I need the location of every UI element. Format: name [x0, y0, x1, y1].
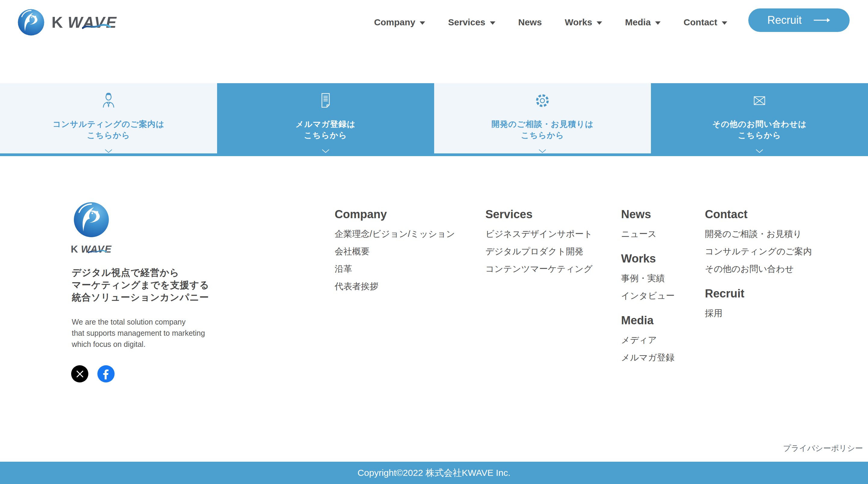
- footer-link[interactable]: その他のお問い合わせ: [705, 264, 812, 274]
- brand-wordmark: KWAVE: [71, 244, 112, 255]
- dropdown-arrow-icon: [597, 22, 602, 25]
- x-twitter-icon[interactable]: [71, 365, 88, 382]
- envelope-icon: [751, 92, 768, 109]
- site-footer: KWAVE デジタル視点で経営から マーケティングまでを支援する 統合ソリューシ…: [0, 156, 868, 462]
- footer-heading-media: Media: [621, 314, 675, 327]
- footer-logo[interactable]: KWAVE: [69, 201, 114, 255]
- chevron-down-icon: [754, 149, 765, 153]
- footer-social-links: [71, 365, 115, 382]
- footer-column-services: Services ビジネスデザインサポート デジタルプロダクト開発 コンテンツマ…: [486, 208, 592, 282]
- footer-heading-recruit: Recruit: [705, 287, 812, 300]
- dropdown-arrow-icon: [722, 22, 727, 25]
- cta-band: コンサルティングのご案内は こちらから: [0, 83, 868, 156]
- kwave-mark-icon: [73, 201, 110, 238]
- brand-wordmark: KWAVE: [52, 13, 118, 31]
- footer-heading-company: Company: [335, 208, 455, 221]
- chevron-down-icon: [537, 149, 548, 153]
- footer-link[interactable]: 開発のご相談・お見積り: [705, 229, 812, 239]
- footer-link[interactable]: 代表者挨拶: [335, 282, 455, 291]
- kwave-page: KWAVE Company Services News: [0, 0, 868, 484]
- cta-label: 開発のご相談・お見積りは こちらから: [491, 119, 594, 141]
- footer-column-company: Company 企業理念/ビジョン/ミッション 会社概要 沿革 代表者挨拶: [335, 208, 455, 299]
- footer-heading-news: News: [621, 208, 675, 221]
- nav-item-contact[interactable]: Contact: [683, 17, 727, 27]
- header-logo[interactable]: KWAVE: [17, 8, 118, 36]
- cta-development[interactable]: 開発のご相談・お見積りは こちらから: [434, 83, 651, 153]
- copyright-text: Copyright©2022 株式会社KWAVE Inc.: [358, 467, 510, 479]
- footer-link[interactable]: メディア: [621, 335, 675, 345]
- cta-label: メルマガ登録は こちらから: [296, 119, 355, 141]
- recruit-button[interactable]: Recruit: [748, 8, 849, 32]
- cta-other-inquiry[interactable]: その他のお問い合わせは こちらから: [651, 83, 868, 153]
- footer-link[interactable]: 採用: [705, 308, 812, 318]
- footer-link[interactable]: 会社概要: [335, 247, 455, 256]
- cta-consulting[interactable]: コンサルティングのご案内は こちらから: [0, 83, 217, 153]
- nav-item-works[interactable]: Works: [565, 17, 602, 27]
- footer-link[interactable]: 沿革: [335, 264, 455, 274]
- kwave-mark-icon: [17, 8, 45, 36]
- copyright-bar: Copyright©2022 株式会社KWAVE Inc.: [0, 462, 868, 484]
- footer-column-contact-recruit: Contact 開発のご相談・お見積り コンサルティングのご案内 その他のお問い…: [705, 208, 812, 326]
- cta-label: その他のお問い合わせは こちらから: [712, 119, 807, 141]
- cta-label: コンサルティングのご案内は こちらから: [53, 119, 164, 141]
- footer-link[interactable]: メルマガ登録: [621, 353, 675, 362]
- footer-link[interactable]: 企業理念/ビジョン/ミッション: [335, 229, 455, 239]
- footer-column-news-works-media: News ニュース Works 事例・実績 インタビュー Media メディア …: [621, 208, 675, 370]
- newsletter-document-icon: [317, 92, 334, 109]
- footer-english-tagline: We are the total solution company that s…: [72, 317, 205, 350]
- cta-newsletter[interactable]: メルマガ登録は こちらから: [217, 83, 434, 153]
- gear-icon: [534, 92, 551, 109]
- footer-link[interactable]: ビジネスデザインサポート: [486, 229, 592, 239]
- footer-link[interactable]: コンテンツマーケティング: [486, 264, 592, 274]
- footer-link[interactable]: デジタルプロダクト開発: [486, 247, 592, 256]
- footer-tagline: デジタル視点で経営から マーケティングまでを支援する 統合ソリューションカンパニ…: [72, 266, 209, 303]
- dropdown-arrow-icon: [420, 22, 425, 25]
- main-nav: Company Services News Works Media Contac…: [374, 8, 727, 36]
- footer-heading-contact: Contact: [705, 208, 812, 221]
- footer-link[interactable]: ニュース: [621, 229, 675, 239]
- nav-item-company[interactable]: Company: [374, 17, 425, 27]
- cta-bottom-strip: [0, 153, 868, 156]
- footer-link[interactable]: インタビュー: [621, 291, 675, 301]
- dropdown-arrow-icon: [655, 22, 660, 25]
- footer-heading-works: Works: [621, 252, 675, 265]
- arrow-right-icon: [813, 18, 831, 23]
- footer-heading-services: Services: [486, 208, 592, 221]
- nav-item-news[interactable]: News: [518, 17, 542, 27]
- consultant-person-icon: [100, 92, 117, 109]
- footer-link[interactable]: コンサルティングのご案内: [705, 247, 812, 256]
- privacy-policy-link[interactable]: プライバシーポリシー: [783, 443, 863, 454]
- dropdown-arrow-icon: [490, 22, 495, 25]
- chevron-down-icon: [103, 149, 114, 153]
- facebook-icon[interactable]: [97, 365, 115, 382]
- footer-link[interactable]: 事例・実績: [621, 273, 675, 283]
- site-header: KWAVE Company Services News: [0, 0, 868, 83]
- nav-item-services[interactable]: Services: [448, 17, 495, 27]
- nav-item-media[interactable]: Media: [625, 17, 660, 27]
- chevron-down-icon: [320, 149, 331, 153]
